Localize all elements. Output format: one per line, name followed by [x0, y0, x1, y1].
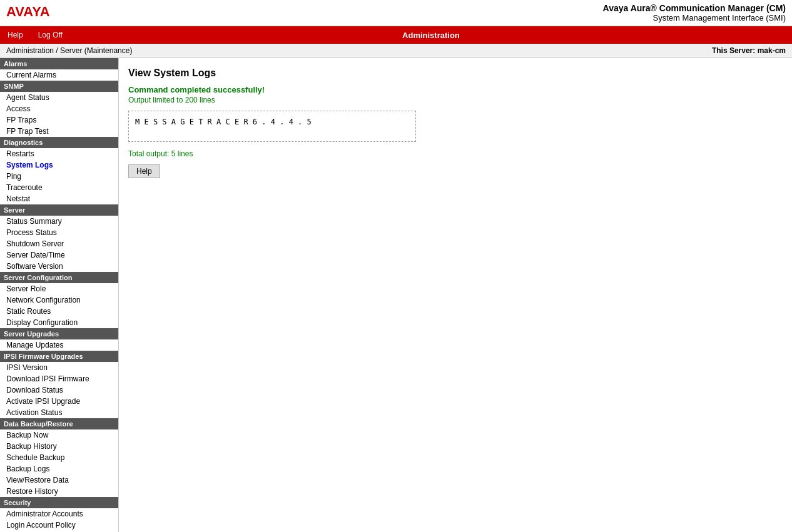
sidebar-item[interactable]: System Logs [0, 159, 118, 171]
sidebar-item[interactable]: View/Restore Data [0, 474, 118, 486]
sidebar-item[interactable]: Activation Status [0, 407, 118, 418]
sidebar-item[interactable]: Static Routes [0, 306, 118, 317]
sidebar-header: Security [0, 497, 118, 508]
sidebar-item[interactable]: Netstat [0, 193, 118, 204]
app-title: Avaya Aura® Communication Manager (CM) S… [603, 3, 786, 23]
sidebar-item[interactable]: Administrator Accounts [0, 508, 118, 519]
help-button[interactable]: Help [128, 164, 160, 178]
sidebar-item[interactable]: Process Status [0, 227, 118, 238]
sidebar-item[interactable]: Server Date/Time [0, 249, 118, 261]
help-link[interactable]: Help [0, 27, 31, 43]
sidebar-item[interactable]: Download Status [0, 384, 118, 396]
sidebar-header: Alarms [0, 58, 118, 69]
sidebar-item[interactable]: Download IPSI Firmware [0, 373, 118, 384]
sidebar-item[interactable]: Server Role [0, 283, 118, 294]
main-layout: AlarmsCurrent AlarmsSNMPAgent StatusAcce… [0, 58, 792, 532]
total-output-label: Total output: 5 lines [128, 149, 783, 158]
sidebar-item[interactable]: Traceroute [0, 182, 118, 193]
sidebar-header: Data Backup/Restore [0, 418, 118, 429]
sidebar-item[interactable]: Schedule Backup [0, 452, 118, 463]
breadcrumb: Administration / Server (Maintenance) Th… [0, 44, 792, 58]
page-header: AVAYA Avaya Aura® Communication Manager … [0, 0, 792, 26]
log-output-box: M E S S A G E T R A C E R 6 . 4 . 4 . 5 [128, 111, 416, 142]
sidebar-item[interactable]: Access [0, 103, 118, 114]
sidebar-item[interactable]: Restore History [0, 486, 118, 497]
success-message: Command completed successfully! [128, 85, 783, 94]
sidebar-item[interactable]: IPSI Version [0, 362, 118, 373]
sidebar-item[interactable]: Current Alarms [0, 69, 118, 81]
breadcrumb-path: Administration / Server (Maintenance) [6, 46, 132, 55]
sidebar-item[interactable]: Network Configuration [0, 294, 118, 306]
avaya-logo: AVAYA [6, 3, 56, 23]
sidebar-item[interactable]: FP Traps [0, 114, 118, 126]
page-title: View System Logs [128, 68, 783, 79]
sidebar-item[interactable]: Display Configuration [0, 317, 118, 328]
sidebar-item[interactable]: FP Trap Test [0, 126, 118, 137]
sidebar-item[interactable]: Backup History [0, 441, 118, 452]
sidebar-item[interactable]: Shutdown Server [0, 238, 118, 249]
sidebar-item[interactable]: Manage Updates [0, 339, 118, 351]
nav-center-label: Administration [70, 31, 792, 40]
sidebar-header: SNMP [0, 81, 118, 92]
sidebar-item[interactable]: Ping [0, 171, 118, 182]
sidebar-item[interactable]: Status Summary [0, 216, 118, 227]
sidebar-item[interactable]: Login Account Policy [0, 519, 118, 531]
sidebar-item[interactable]: Backup Logs [0, 463, 118, 474]
sidebar-item[interactable]: Agent Status [0, 92, 118, 103]
sidebar: AlarmsCurrent AlarmsSNMPAgent StatusAcce… [0, 58, 119, 532]
sidebar-header: Server Configuration [0, 272, 118, 283]
sidebar-header: Server Upgrades [0, 328, 118, 339]
sidebar-header: IPSI Firmware Upgrades [0, 351, 118, 362]
sidebar-header: Server [0, 204, 118, 216]
sidebar-item[interactable]: Activate IPSI Upgrade [0, 396, 118, 407]
logoff-link[interactable]: Log Off [31, 27, 70, 43]
svg-text:AVAYA: AVAYA [6, 4, 50, 19]
output-limit-message: Output limited to 200 lines [128, 96, 783, 104]
navbar: Help Log Off Administration [0, 26, 792, 44]
server-info: This Server: mak-cm [712, 46, 786, 55]
sidebar-item[interactable]: Software Version [0, 261, 118, 272]
log-content: M E S S A G E T R A C E R 6 . 4 . 4 . 5 [135, 118, 312, 126]
sidebar-item[interactable]: Restarts [0, 148, 118, 159]
content-area: View System Logs Command completed succe… [119, 58, 792, 532]
sidebar-header: Diagnostics [0, 137, 118, 148]
sidebar-item[interactable]: Backup Now [0, 429, 118, 441]
